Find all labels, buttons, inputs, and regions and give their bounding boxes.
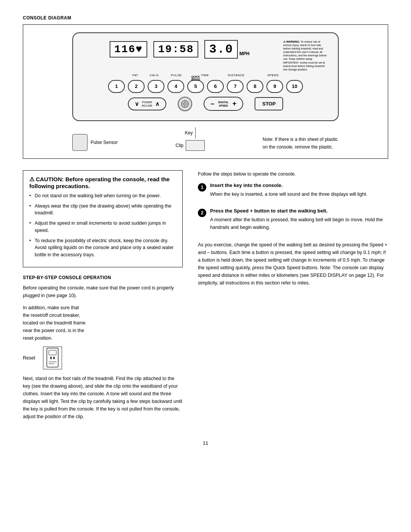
caution-icon: ⚠ [29, 176, 34, 182]
caution-box: ⚠ CAUTION: Before operating the console,… [23, 170, 183, 267]
stop-button[interactable]: STOP [255, 97, 283, 110]
numbered-buttons-row: 1 2 3 4 QUICKSPEED 5 6 7 8 9 10 [82, 80, 329, 93]
display-labels-row: FAT CALS. PULSE TIME DISTANCE SPEED [82, 73, 329, 77]
note-text: Note: If there is a thin sheet of plasti… [263, 136, 339, 150]
speed-plus-btn[interactable]: + [233, 100, 237, 108]
step-by-step-para1: Before operating the console, make sure … [23, 284, 183, 299]
pulse-sensor-label: Pulse Sensor [72, 134, 118, 151]
step-by-step-para3: Next, stand on the foot rails of the tre… [23, 375, 183, 420]
step-1-heading: Insert the key into the console. [210, 182, 388, 188]
num-btn-6[interactable]: 6 [207, 80, 224, 93]
control-row: ∨ POWER INCLINE ∧ – [82, 97, 329, 111]
display-box-1: 116♥ [110, 41, 147, 58]
speed-control: – DIGITAL SPEED + [204, 97, 243, 111]
step-by-step-para2-text: In addition, make sure that the reset/of… [23, 304, 183, 342]
step-2-body: A moment after the button is pressed, th… [210, 216, 388, 231]
console-panel: 116♥ 19:58 3.0 MPH ⚠ WARNING: To reduce … [72, 32, 339, 121]
svg-rect-6 [50, 357, 52, 359]
speed-minus-btn[interactable]: – [210, 100, 214, 108]
svg-rect-4 [47, 348, 58, 367]
mph-label: MPH [239, 51, 250, 56]
num-btn-9[interactable]: 9 [266, 80, 283, 93]
follow-steps-text: Follow the steps below to operate the co… [198, 170, 388, 178]
incline-control: ∨ POWER INCLINE ∧ [128, 97, 167, 110]
display-box-3: 3.0 [204, 40, 238, 59]
num-btn-1[interactable]: 1 [108, 80, 125, 93]
num-btn-4[interactable]: 4 [167, 80, 184, 93]
step-1-content: Insert the key into the console. When th… [210, 182, 388, 203]
page-number: 11 [23, 440, 388, 446]
caution-item-4: To reduce the possibility of electric sh… [29, 237, 176, 259]
caution-item-2: Always wear the clip (see the drawing ab… [29, 203, 176, 217]
step-by-step-title: STEP-BY-STEP CONSOLE OPERATION [23, 275, 183, 280]
svg-rect-5 [49, 350, 56, 355]
caution-list: Do not stand on the walking belt when tu… [29, 192, 176, 259]
caution-item-1: Do not stand on the walking belt when tu… [29, 192, 176, 200]
caution-item-3: Adjust the speed in small increments to … [29, 220, 176, 234]
step-2: 2 Press the Speed + button to start the … [198, 208, 388, 236]
reset-area: Reset [23, 347, 183, 369]
step-2-number: 2 [198, 209, 206, 217]
num-btn-2[interactable]: 2 [128, 80, 145, 93]
num-btn-5[interactable]: QUICKSPEED 5 [187, 80, 204, 93]
console-diagram-title: CONSOLE DIAGRAM [23, 15, 388, 21]
step-2-content: Press the Speed + button to start the wa… [210, 208, 388, 236]
reset-label: Reset [23, 355, 35, 361]
incline-down-btn[interactable]: ∨ [135, 101, 139, 107]
reset-box [43, 347, 62, 369]
display-box-3-area: 3.0 MPH [204, 40, 249, 59]
svg-rect-7 [53, 357, 55, 359]
num-btn-7[interactable]: 7 [227, 80, 244, 93]
display-box-2: 19:58 [153, 41, 198, 58]
num-btn-8[interactable]: 8 [247, 80, 263, 93]
incline-up-btn[interactable]: ∧ [155, 101, 159, 107]
num-btn-3[interactable]: 3 [148, 80, 164, 93]
step-1-body: When the key is inserted, a tone will so… [210, 190, 388, 198]
step-1: 1 Insert the key into the console. When … [198, 182, 388, 203]
caution-title: ⚠ CAUTION: Before operating the console,… [29, 176, 176, 189]
step-1-number: 1 [198, 183, 206, 192]
warning-text: ⚠ WARNING: To reduce risk of serious inj… [283, 40, 329, 71]
diagram-bottom: Pulse Sensor Key Clip Note: If there is … [72, 127, 339, 151]
step-2-extended: As you exercise, change the speed of the… [198, 241, 388, 287]
key-clip-area: Key Clip [175, 127, 205, 151]
console-diagram-box: 116♥ 19:58 3.0 MPH ⚠ WARNING: To reduce … [23, 24, 388, 159]
key-slot [178, 97, 192, 111]
step-2-heading: Press the Speed + button to start the wa… [210, 208, 388, 214]
num-btn-10[interactable]: 10 [286, 80, 303, 93]
